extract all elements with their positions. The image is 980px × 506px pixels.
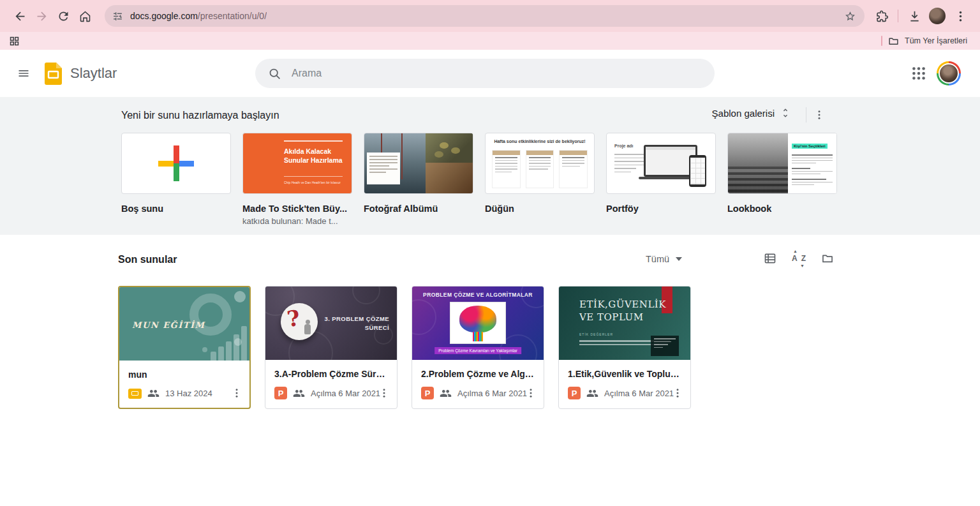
reload-icon[interactable] <box>52 5 74 27</box>
back-icon[interactable] <box>9 5 31 27</box>
thumb-title: ETİK,GÜVENLİK VE TOPLUM <box>579 298 669 324</box>
all-bookmarks-label: Tüm Yer İşaretleri <box>905 36 971 45</box>
template-thumb-title: Hafta sonu etkinliklerine sizi de bekliy… <box>486 139 594 144</box>
brain-image <box>450 302 506 344</box>
search-icon <box>268 67 281 80</box>
photo-text-box <box>367 153 400 184</box>
site-settings-icon[interactable] <box>112 11 123 22</box>
template-byline: katkıda bulunan: Made t... <box>242 216 352 226</box>
shared-people-icon <box>440 387 452 399</box>
date-label: Açılma 6 Mar 2021 <box>457 389 527 398</box>
recent-thumb-problem-cozme-sureci: ? 3. PROBLEM ÇÖZME SÜRECİ <box>265 286 397 360</box>
template-label: Lookbook <box>727 204 837 214</box>
home-icon[interactable] <box>74 5 96 27</box>
template-thumb-caption: Chip Heath ve Dan Heath'ten bir kılavuz <box>284 181 349 184</box>
date-label: 13 Haz 2024 <box>165 389 212 398</box>
template-card-photo-album[interactable]: Fotoğraf Albümü <box>364 133 473 226</box>
date-label: Açılma 6 Mar 2021 <box>311 389 380 398</box>
browser-profile-avatar[interactable] <box>929 8 946 24</box>
thumb-subtitle: ETİK DEĞERLER <box>579 332 613 336</box>
templates-header-separator <box>806 107 806 123</box>
template-thumb-title: Proje adı <box>614 144 634 148</box>
card-menu-kebab-icon[interactable] <box>670 385 685 401</box>
recent-thumb-mun: MUN EĞİTİM <box>119 287 249 361</box>
figure-silhouette <box>304 324 311 334</box>
presentation-title: 2.Problem Çözme ve Algo... <box>421 369 535 379</box>
template-card-wedding[interactable]: Hafta sonu etkinliklerine sizi de bekliy… <box>485 133 595 226</box>
template-thumb-lookbook: Kişi'nin Seçtikleri <box>727 133 837 194</box>
dropdown-caret-icon <box>676 257 682 261</box>
shared-people-icon <box>147 387 160 399</box>
thumb-title: 3. PROBLEM ÇÖZME SÜRECİ <box>323 315 389 333</box>
app-title: Slaytlar <box>70 65 117 82</box>
photo-leaves <box>426 133 473 163</box>
template-gallery-label: Şablon galerisi <box>712 108 775 119</box>
template-gallery-button[interactable]: Şablon galerisi <box>712 107 791 119</box>
bookmark-star-icon[interactable] <box>840 6 859 26</box>
recent-card-etik-guvenlik-toplum[interactable]: ETİK,GÜVENLİK VE TOPLUM ETİK DEĞERLER 1.… <box>558 286 691 409</box>
owner-filter-dropdown[interactable]: Tümü <box>646 254 682 264</box>
template-thumb-made-to-stick: Akılda Kalacak Sunular Hazırlama Chip He… <box>242 133 352 194</box>
url-text: docs.google.com/presentation/u/0/ <box>130 11 267 21</box>
google-apps-grid-icon[interactable] <box>910 65 927 82</box>
presentation-title: mun <box>128 369 241 380</box>
template-thumb-wedding: Hafta sonu etkinliklerine sizi de bekliy… <box>485 133 595 194</box>
recent-card-problem-cozme-algoritmalar[interactable]: PROBLEM ÇÖZME VE ALGORİTMALAR Problem Çö… <box>412 286 544 409</box>
search-input[interactable] <box>292 68 702 79</box>
bookmarks-separator <box>881 36 882 46</box>
recent-card-mun[interactable]: MUN EĞİTİM mun 13 Haz 2024 <box>118 286 251 409</box>
downloads-icon[interactable] <box>903 5 925 27</box>
card-footer: mun 13 Haz 2024 <box>119 361 249 399</box>
templates-menu-kebab-icon[interactable] <box>812 107 827 123</box>
template-thumb-blank <box>121 133 231 194</box>
card-footer: 2.Problem Çözme ve Algo... P Açılma 6 Ma… <box>412 360 544 399</box>
template-thumb-photo-album <box>364 133 473 194</box>
credit-box <box>651 336 679 356</box>
shared-people-icon <box>293 387 305 399</box>
presentation-title: 3.A-Problem Çözme Süre... <box>274 369 388 379</box>
search-bar[interactable] <box>255 59 715 88</box>
account-avatar[interactable] <box>937 61 961 86</box>
thumb-title: PROBLEM ÇÖZME VE ALGORİTMALAR <box>412 292 544 298</box>
template-label: Boş sunu <box>121 204 231 214</box>
template-card-made-to-stick[interactable]: Akılda Kalacak Sunular Hazırlama Chip He… <box>242 133 352 226</box>
date-label: Açılma 6 Mar 2021 <box>604 389 674 398</box>
all-bookmarks-button[interactable]: Tüm Yer İşaretleri <box>881 36 971 47</box>
forward-icon[interactable] <box>31 5 52 27</box>
wedding-columns <box>492 150 588 188</box>
template-card-lookbook[interactable]: Kişi'nin Seçtikleri Lookbook <box>727 133 837 226</box>
template-thumb-title: Akılda Kalacak Sunular Hazırlama <box>284 147 348 165</box>
recent-card-problem-cozme-sureci[interactable]: ? 3. PROBLEM ÇÖZME SÜRECİ 3.A-Problem Çö… <box>265 286 397 409</box>
bookmarks-bar: Tüm Yer İşaretleri <box>0 32 980 50</box>
slides-logo-icon[interactable] <box>45 63 62 85</box>
thumb-banner: Problem Çözme Kavramları ve Yaklaşımlar <box>434 347 521 354</box>
lookbook-photo <box>728 133 789 194</box>
main-menu-hamburger-icon[interactable] <box>14 64 33 83</box>
extensions-icon[interactable] <box>871 5 893 27</box>
recent-toolbar: ▲AZ▼ <box>763 251 835 265</box>
template-label: Fotoğraf Albümü <box>364 204 473 214</box>
templates-section: Yeni bir sunu hazırlamaya başlayın Şablo… <box>0 97 980 235</box>
toolbar-separator <box>898 10 898 22</box>
template-card-portfolio[interactable]: Proje adı Portföy <box>606 133 716 226</box>
list-view-icon[interactable] <box>763 251 777 265</box>
card-menu-kebab-icon[interactable] <box>376 385 392 401</box>
shared-people-icon <box>586 387 598 399</box>
recent-thumb-problem-cozme-algoritmalar: PROBLEM ÇÖZME VE ALGORİTMALAR Problem Çö… <box>412 286 544 360</box>
url-path: /presentation/u/0/ <box>198 11 267 21</box>
browser-menu-kebab-icon[interactable] <box>949 5 971 27</box>
url-host: docs.google.com <box>130 11 198 21</box>
card-footer: 1.Etik,Güvenlik ve Toplum... P Açılma 6 … <box>559 360 690 399</box>
question-mark: ? <box>285 305 301 332</box>
tab-groups-icon[interactable] <box>9 36 20 47</box>
folder-icon <box>888 36 899 47</box>
sort-az-icon[interactable]: ▲AZ▼ <box>791 251 806 265</box>
url-bar[interactable]: docs.google.com/presentation/u/0/ <box>105 5 865 27</box>
open-file-picker-folder-icon[interactable] <box>820 251 835 265</box>
powerpoint-file-badge-icon: P <box>568 387 581 399</box>
card-menu-kebab-icon[interactable] <box>229 385 244 401</box>
card-menu-kebab-icon[interactable] <box>523 385 538 401</box>
powerpoint-file-badge-icon: P <box>421 387 434 399</box>
owner-filter-label: Tümü <box>646 254 669 264</box>
template-card-blank[interactable]: Boş sunu <box>121 133 231 226</box>
